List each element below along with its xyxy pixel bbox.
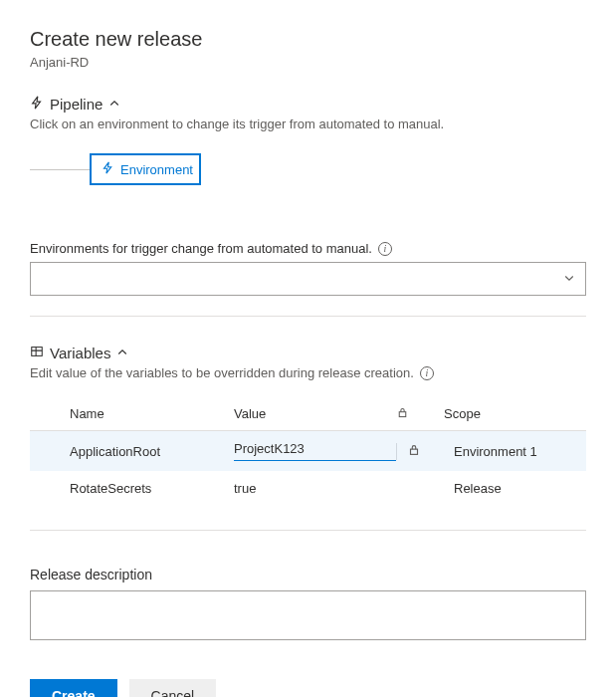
- release-description-input[interactable]: [30, 590, 586, 640]
- var-scope-cell: Release: [444, 481, 586, 496]
- col-header-lock: [396, 406, 444, 422]
- pipeline-stage-environment[interactable]: Environment: [90, 153, 201, 185]
- var-name-cell: RotateSecrets: [70, 481, 234, 496]
- divider: [30, 530, 586, 531]
- chevron-down-icon: [563, 271, 575, 287]
- variables-table-header: Name Value Scope: [30, 398, 586, 431]
- divider: [30, 316, 586, 317]
- table-row[interactable]: ApplicationRoot ProjectK123 Environment …: [30, 431, 586, 471]
- release-description-label: Release description: [30, 567, 586, 582]
- pipeline-section-header[interactable]: Pipeline: [30, 96, 586, 113]
- lock-icon: [407, 443, 421, 460]
- variables-table: Name Value Scope ApplicationRoot Project…: [30, 398, 586, 506]
- pipeline-stage-label: Environment: [120, 162, 193, 177]
- create-button[interactable]: Create: [30, 679, 117, 697]
- info-icon[interactable]: i: [378, 242, 392, 256]
- variables-section-desc: Edit value of the variables to be overri…: [30, 365, 414, 380]
- col-header-scope[interactable]: Scope: [444, 406, 586, 422]
- var-scope-cell: Environment 1: [444, 444, 586, 459]
- page-title: Create new release: [30, 28, 586, 51]
- lightning-icon: [30, 96, 44, 113]
- info-icon[interactable]: i: [420, 366, 434, 380]
- grid-icon: [30, 345, 44, 361]
- cancel-button[interactable]: Cancel: [129, 679, 217, 697]
- lock-icon: [396, 407, 409, 422]
- pipeline-section-desc: Click on an environment to change its tr…: [30, 116, 586, 131]
- var-name-cell: ApplicationRoot: [70, 444, 234, 459]
- env-trigger-label: Environments for trigger change from aut…: [30, 241, 372, 256]
- env-trigger-label-row: Environments for trigger change from aut…: [30, 241, 586, 256]
- pipeline-diagram: Environment: [30, 153, 586, 185]
- variables-section-header[interactable]: Variables: [30, 345, 586, 361]
- var-value-input[interactable]: ProjectK123: [234, 441, 396, 461]
- env-trigger-select[interactable]: [30, 262, 586, 296]
- lightning-icon: [102, 161, 114, 177]
- var-value-input[interactable]: true: [234, 481, 396, 496]
- col-header-name[interactable]: Name: [70, 406, 234, 422]
- variables-section-label: Variables: [50, 345, 110, 361]
- svg-rect-0: [32, 348, 43, 356]
- var-lock-cell[interactable]: [396, 443, 444, 460]
- pipeline-section-label: Pipeline: [50, 96, 103, 113]
- chevron-up-icon: [116, 346, 128, 361]
- pipeline-connector: [30, 169, 90, 170]
- svg-rect-2: [411, 449, 418, 454]
- page-subtitle: Anjani-RD: [30, 55, 586, 70]
- col-header-value[interactable]: Value: [234, 406, 396, 422]
- svg-rect-1: [399, 412, 406, 417]
- table-row[interactable]: RotateSecrets true Release: [30, 471, 586, 506]
- chevron-up-icon: [108, 97, 120, 113]
- button-row: Create Cancel: [30, 679, 586, 697]
